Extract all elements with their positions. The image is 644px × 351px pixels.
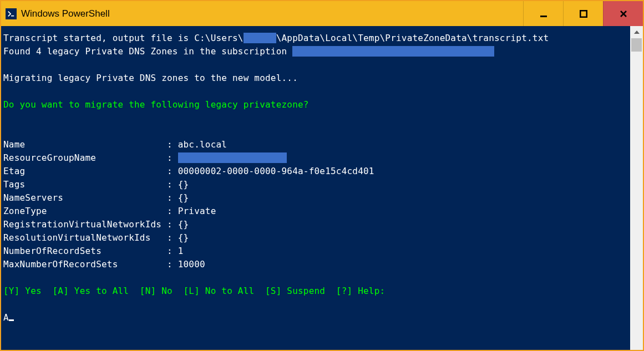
close-button[interactable] bbox=[603, 1, 643, 26]
prompt-question: Do you want to migrate the following leg… bbox=[3, 99, 309, 110]
prop-row: NameServers : {} bbox=[3, 192, 189, 203]
migrating-line: Migrating legacy Private DNS zones to th… bbox=[3, 73, 298, 83]
svg-rect-1 bbox=[580, 11, 587, 17]
prop-row: RegistrationVirtualNetworkIds : {} bbox=[3, 219, 189, 230]
choice-prompt: [Y] Yes [A] Yes to All [N] No [L] No to … bbox=[3, 286, 385, 296]
scrollbar-thumb[interactable] bbox=[631, 38, 642, 52]
prop-row: Name : abc.local bbox=[3, 139, 227, 150]
redacted-rg bbox=[178, 152, 287, 163]
powershell-icon bbox=[6, 8, 17, 19]
titlebar[interactable]: Windows PowerShell bbox=[1, 1, 643, 26]
prop-row: MaxNumberOfRecordSets : 10000 bbox=[3, 259, 205, 269]
prop-row: NumberOfRecordSets : 1 bbox=[3, 246, 184, 256]
window-title: Windows PowerShell bbox=[21, 8, 523, 19]
prop-row: Tags : {} bbox=[3, 179, 189, 190]
svg-rect-0 bbox=[540, 16, 547, 17]
vertical-scrollbar[interactable] bbox=[630, 26, 643, 350]
redacted-subscription bbox=[292, 46, 494, 57]
scrollbar-track[interactable] bbox=[630, 38, 643, 350]
prop-row: ZoneType : Private bbox=[3, 206, 216, 216]
scrollbar-up-arrow[interactable] bbox=[630, 26, 643, 38]
user-input[interactable]: A bbox=[3, 312, 9, 323]
redacted-username bbox=[244, 33, 276, 43]
prop-row: Etag : 00000002-0000-0000-964a-f0e15c4cd… bbox=[3, 166, 374, 176]
prop-row: ResourceGroupName : bbox=[3, 152, 287, 163]
prop-row: ResolutionVirtualNetworkIds : {} bbox=[3, 232, 189, 243]
console-area: Transcript started, output file is C:\Us… bbox=[1, 26, 643, 350]
maximize-button[interactable] bbox=[563, 1, 603, 26]
transcript-line: Transcript started, output file is C:\Us… bbox=[3, 33, 549, 43]
window-controls bbox=[523, 1, 643, 26]
found-line: Found 4 legacy Private DNS Zones in the … bbox=[3, 46, 494, 57]
powershell-window: Windows PowerShell Transcript started, o… bbox=[0, 0, 644, 351]
cursor bbox=[9, 319, 14, 321]
console-output[interactable]: Transcript started, output file is C:\Us… bbox=[1, 26, 630, 350]
minimize-button[interactable] bbox=[523, 1, 563, 26]
